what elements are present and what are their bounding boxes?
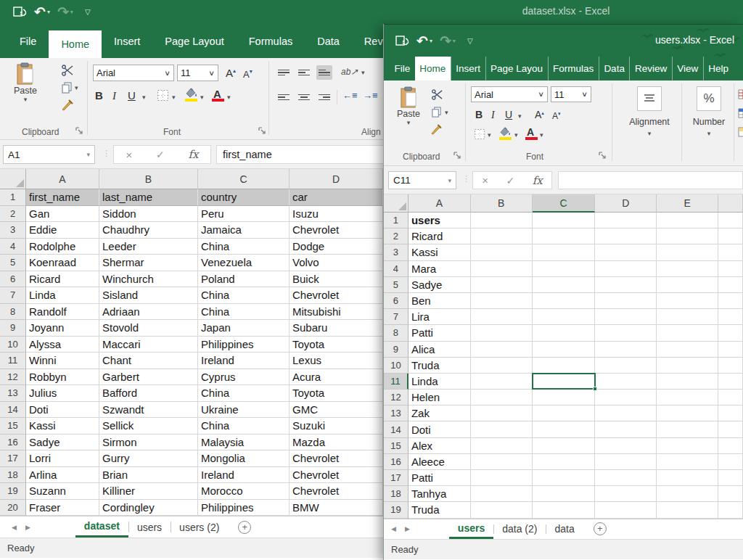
cell[interactable]: [657, 454, 718, 470]
align-right-button[interactable]: [316, 90, 332, 104]
format-painter-icon[interactable]: [61, 99, 73, 111]
insert-function-icon[interactable]: fx: [533, 174, 543, 187]
fill-color-caret-icon[interactable]: ▾: [200, 94, 204, 101]
cell[interactable]: Chevrolet: [290, 483, 383, 500]
cell[interactable]: Peru: [198, 206, 290, 223]
shrink-font-button[interactable]: A▾: [552, 111, 561, 120]
cell[interactable]: users: [409, 213, 471, 228]
row-header[interactable]: 3: [384, 244, 409, 260]
column-header-partial[interactable]: [718, 194, 743, 213]
tab-insert[interactable]: Insert: [451, 57, 485, 81]
cell[interactable]: Morocco: [198, 483, 290, 500]
cell[interactable]: Patti: [409, 325, 471, 341]
underline-button[interactable]: U: [128, 90, 136, 101]
cell[interactable]: [657, 421, 718, 437]
cell[interactable]: [657, 213, 718, 228]
cell[interactable]: [595, 390, 657, 405]
copy-caret-icon[interactable]: ▾: [75, 84, 78, 91]
cell[interactable]: Eddie: [26, 222, 99, 239]
bold-button[interactable]: B: [95, 90, 103, 101]
cell[interactable]: Arlina: [26, 467, 99, 484]
row-header[interactable]: 5: [0, 255, 26, 271]
paste-caret-icon[interactable]: ▾: [407, 119, 411, 126]
cell[interactable]: [657, 261, 718, 277]
cell[interactable]: [471, 277, 533, 293]
cell[interactable]: [718, 454, 743, 470]
cell[interactable]: [657, 470, 718, 486]
cell[interactable]: [657, 228, 718, 244]
cell[interactable]: [718, 405, 743, 421]
italic-button[interactable]: I: [491, 110, 495, 120]
cell[interactable]: [533, 309, 596, 325]
row-header[interactable]: 14: [384, 421, 409, 437]
cut-icon[interactable]: [432, 89, 443, 100]
underline-caret-icon[interactable]: ▾: [142, 94, 146, 101]
cell[interactable]: [471, 213, 533, 228]
cell[interactable]: [533, 342, 596, 358]
cell[interactable]: Acura: [290, 369, 383, 386]
cell[interactable]: [533, 421, 596, 437]
cell[interactable]: Tanhya: [409, 486, 471, 502]
cell[interactable]: [718, 228, 743, 244]
tab-formulas[interactable]: Formulas: [237, 24, 305, 58]
column-header-A[interactable]: A: [409, 194, 471, 213]
cell[interactable]: [595, 213, 657, 228]
cell[interactable]: [718, 470, 743, 486]
cell[interactable]: [718, 244, 743, 260]
format-as-table-icon[interactable]: [738, 108, 743, 118]
cell[interactable]: [471, 325, 533, 341]
cell[interactable]: [595, 277, 657, 293]
cell[interactable]: Volvo: [290, 255, 383, 271]
conditional-formatting-icon[interactable]: [738, 89, 743, 99]
sheet-tab-dataset[interactable]: dataset: [75, 516, 128, 538]
add-sheet-button[interactable]: +: [594, 519, 607, 539]
orientation-caret-icon[interactable]: ▾: [361, 69, 365, 76]
bottom-align-button[interactable]: [316, 65, 332, 80]
cell[interactable]: [657, 438, 718, 454]
cell[interactable]: Helen: [409, 390, 471, 405]
row-header[interactable]: 3: [0, 222, 26, 239]
cell[interactable]: [595, 405, 657, 421]
decrease-indent-icon[interactable]: ←≡: [342, 90, 358, 101]
cell[interactable]: Alica: [409, 342, 471, 358]
cell[interactable]: [718, 293, 743, 309]
orientation-icon[interactable]: ab↗: [341, 67, 358, 77]
cell[interactable]: [718, 374, 743, 390]
cell[interactable]: [533, 228, 596, 244]
font-size-combo[interactable]: 11∨: [551, 86, 591, 102]
cell[interactable]: Chant: [99, 353, 198, 369]
clipboard-dialog-launcher-icon[interactable]: [75, 127, 84, 136]
cell[interactable]: [657, 358, 718, 374]
cell[interactable]: [657, 342, 718, 358]
borders-icon[interactable]: [474, 128, 485, 140]
row-header[interactable]: 1: [0, 189, 26, 206]
cell[interactable]: [471, 244, 533, 260]
cell[interactable]: Sirmon: [99, 435, 198, 451]
cell[interactable]: [595, 438, 657, 454]
font-color-button[interactable]: A: [527, 127, 534, 137]
cell[interactable]: Patti: [409, 470, 471, 486]
cell[interactable]: country: [198, 189, 290, 206]
cell[interactable]: last_name: [99, 189, 198, 206]
cell[interactable]: [718, 325, 743, 341]
tab-page-layou[interactable]: Page Layou: [485, 57, 548, 81]
enter-icon[interactable]: ✓: [506, 175, 514, 186]
cell[interactable]: [595, 374, 657, 390]
row-header[interactable]: 16: [384, 454, 409, 470]
borders-icon[interactable]: [157, 89, 169, 102]
row-header[interactable]: 20: [0, 500, 26, 516]
grow-font-button[interactable]: A▴: [226, 67, 236, 78]
cell[interactable]: China: [198, 418, 290, 435]
cell[interactable]: [533, 470, 596, 486]
cell[interactable]: [657, 390, 718, 405]
row-header[interactable]: 12: [0, 369, 26, 386]
cell[interactable]: Gan: [26, 206, 99, 223]
sheet-next-icon[interactable]: ▶: [405, 525, 410, 532]
cell[interactable]: [718, 486, 743, 502]
cell[interactable]: Sellick: [99, 418, 198, 435]
cell[interactable]: [533, 293, 596, 309]
sheet-tab-users-2-[interactable]: users (2): [171, 516, 228, 538]
cell[interactable]: [657, 486, 718, 502]
cell[interactable]: [718, 358, 743, 374]
cell[interactable]: GMC: [290, 402, 383, 419]
